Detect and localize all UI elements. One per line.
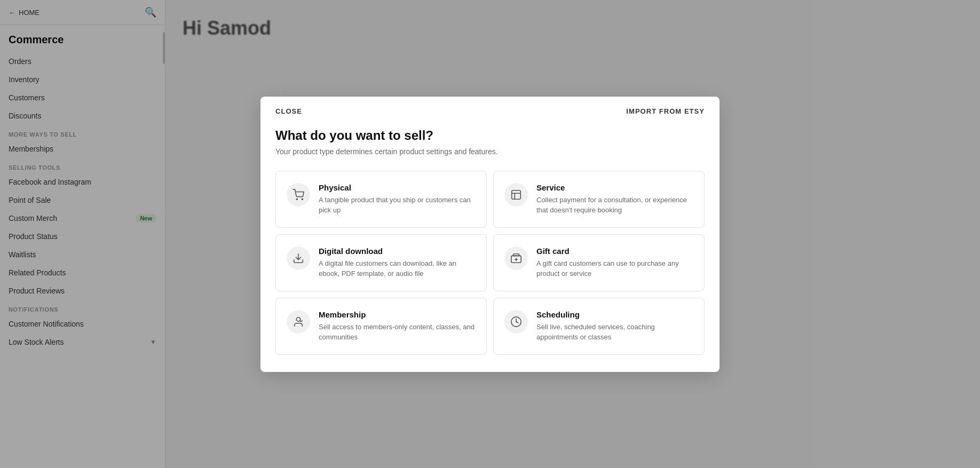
service-desc: Collect payment for a consultation, or e… xyxy=(536,195,693,216)
product-type-digital-download[interactable]: Digital download A digital file customer… xyxy=(275,234,487,291)
product-type-service[interactable]: Service Collect payment for a consultati… xyxy=(493,171,705,228)
scheduling-icon xyxy=(504,310,528,334)
physical-icon xyxy=(287,183,310,207)
gift-card-icon xyxy=(504,247,528,270)
product-type-grid: Physical A tangible product that you shi… xyxy=(275,171,705,355)
service-title: Service xyxy=(536,183,693,192)
product-type-membership[interactable]: Membership Sell access to members-only c… xyxy=(275,298,487,355)
svg-point-1 xyxy=(302,199,303,200)
service-content: Service Collect payment for a consultati… xyxy=(536,183,693,216)
scheduling-desc: Sell live, scheduled services, coaching … xyxy=(536,322,693,343)
physical-title: Physical xyxy=(319,183,476,192)
scheduling-title: Scheduling xyxy=(536,310,693,319)
product-type-gift-card[interactable]: Gift card A gift card customers can use … xyxy=(493,234,705,291)
physical-desc: A tangible product that you ship or cust… xyxy=(319,195,476,216)
digital-download-icon xyxy=(287,247,310,270)
service-icon xyxy=(504,183,528,207)
membership-desc: Sell access to members-only content, cla… xyxy=(319,322,476,343)
import-from-etsy-button[interactable]: IMPORT FROM ETSY xyxy=(626,107,705,115)
membership-content: Membership Sell access to members-only c… xyxy=(319,310,476,343)
modal-subtitle: Your product type determines certain pro… xyxy=(275,147,705,156)
gift-card-content: Gift card A gift card customers can use … xyxy=(536,247,693,279)
physical-content: Physical A tangible product that you shi… xyxy=(319,183,476,216)
membership-icon xyxy=(287,310,310,334)
modal-overlay: CLOSE IMPORT FROM ETSY What do you want … xyxy=(0,0,980,468)
membership-title: Membership xyxy=(319,310,476,319)
modal-close-button[interactable]: CLOSE xyxy=(275,107,302,115)
digital-download-desc: A digital file customers can download, l… xyxy=(319,258,476,279)
modal-title: What do you want to sell? xyxy=(275,128,705,143)
product-type-scheduling[interactable]: Scheduling Sell live, scheduled services… xyxy=(493,298,705,355)
digital-download-title: Digital download xyxy=(319,247,476,256)
gift-card-desc: A gift card customers can use to purchas… xyxy=(536,258,693,279)
product-type-physical[interactable]: Physical A tangible product that you shi… xyxy=(275,171,487,228)
product-type-modal: CLOSE IMPORT FROM ETSY What do you want … xyxy=(260,97,720,372)
scheduling-content: Scheduling Sell live, scheduled services… xyxy=(536,310,693,343)
digital-download-content: Digital download A digital file customer… xyxy=(319,247,476,279)
modal-header: CLOSE IMPORT FROM ETSY xyxy=(260,97,720,115)
svg-rect-2 xyxy=(512,190,521,199)
svg-point-9 xyxy=(296,317,300,321)
gift-card-title: Gift card xyxy=(536,247,693,256)
modal-body: What do you want to sell? Your product t… xyxy=(260,115,720,372)
svg-point-0 xyxy=(296,199,297,200)
